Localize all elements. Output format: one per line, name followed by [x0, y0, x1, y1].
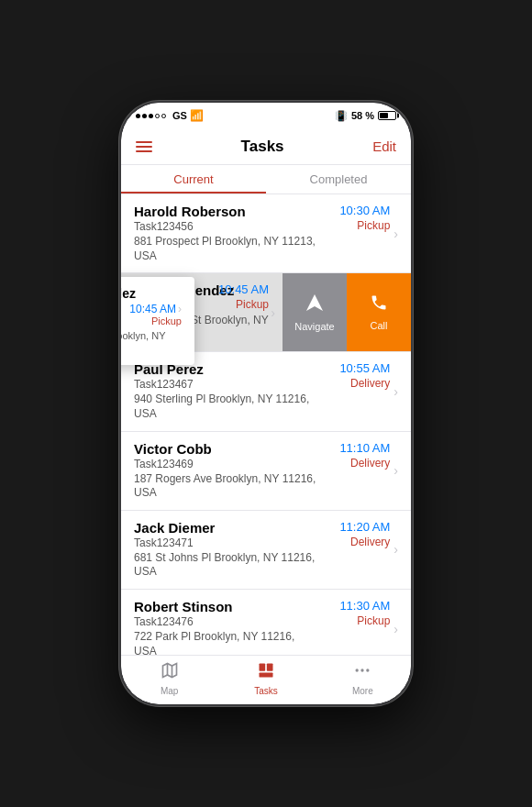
task-list-container: Harold Roberson Task123456 881 Prospect … — [121, 194, 411, 655]
task-address-harold: 881 Prospect Pl Brooklyn, NY 11213, USA — [134, 235, 316, 263]
dot-1 — [136, 114, 140, 118]
edit-button[interactable]: Edit — [372, 138, 396, 154]
task-item-harold[interactable]: Harold Roberson Task123456 881 Prospect … — [121, 194, 411, 273]
battery-icon — [378, 111, 396, 120]
dot-5 — [161, 114, 166, 118]
task-name-harold: Harold Roberson — [134, 204, 316, 219]
hamburger-line-3 — [136, 150, 152, 152]
content-area: Tasks Edit Current Completed Harold Robe… — [121, 128, 411, 704]
task-left-paul: Paul Perez Task123467 940 Sterling Pl Br… — [134, 361, 316, 421]
task-time-jack: 11:20 AM — [339, 520, 390, 534]
svg-marker-1 — [162, 663, 176, 677]
status-right: 📳 58 % — [335, 110, 396, 122]
carrier-label: GS — [172, 110, 187, 121]
chevron-victor: › — [393, 463, 398, 478]
chevron-robert: › — [393, 622, 398, 636]
status-left: GS 📶 — [136, 109, 204, 122]
task-item-victor[interactable]: Victor Cobb Task123469 187 Rogers Ave Br… — [121, 432, 411, 511]
task-left-harold: Harold Roberson Task123456 881 Prospect … — [134, 204, 316, 263]
map-icon — [161, 661, 179, 684]
nav-title: Tasks — [241, 138, 284, 156]
task-type-victor: Delivery — [350, 457, 390, 470]
task-type-robert: Pickup — [357, 614, 390, 627]
task-type-harold: Pickup — [357, 219, 390, 232]
hamburger-line-2 — [136, 146, 152, 148]
swipe-actions: Navigate Call — [283, 273, 411, 351]
svg-marker-0 — [306, 294, 323, 311]
task-time-harold: 10:30 AM — [339, 204, 390, 217]
task-id-paul: Task123467 — [134, 378, 316, 391]
task-list: Harold Roberson Task123456 881 Prospect … — [121, 194, 411, 655]
task-right-paul: 10:55 AM Delivery — [316, 361, 390, 390]
task-time-robert: 11:30 AM — [339, 599, 390, 613]
tab-completed[interactable]: Completed — [266, 165, 411, 193]
task-id-harold: Task123456 — [134, 220, 316, 233]
battery-fill — [380, 113, 388, 118]
phone-frame: GS 📶 📳 58 % Tasks Edit — [119, 101, 413, 706]
task-right-robert: 11:30 AM Pickup — [316, 599, 390, 627]
call-button[interactable]: Call — [347, 273, 411, 351]
navigate-button[interactable]: Navigate — [283, 273, 347, 351]
popup-chevron: › — [178, 303, 182, 315]
battery-label: 58 % — [351, 110, 374, 121]
task-time-victor: 11:10 AM — [339, 441, 390, 455]
task-name-robert: Robert Stinson — [134, 599, 316, 614]
svg-rect-6 — [259, 672, 272, 677]
bottom-item-more[interactable]: More — [315, 661, 411, 696]
task-type-mack: Pickup — [236, 298, 269, 311]
task-id-robert: Task123476 — [134, 615, 316, 628]
svg-rect-5 — [267, 663, 273, 670]
task-right-victor: 11:10 AM Delivery — [316, 441, 390, 470]
task-left-jack: Jack Diemer Task123471 681 St Johns Pl B… — [134, 520, 316, 580]
task-left-victor: Victor Cobb Task123469 187 Rogers Ave Br… — [134, 441, 316, 501]
more-icon — [353, 661, 371, 684]
popup-type: Pickup — [121, 315, 182, 326]
task-address-jack: 681 St Johns Pl Brooklyn, NY 11216, USA — [134, 551, 316, 580]
bottom-tab-bar: Map Tasks — [121, 655, 411, 704]
bottom-more-label: More — [352, 686, 373, 696]
dot-3 — [149, 114, 153, 118]
task-type-paul: Delivery — [350, 377, 390, 390]
popup-time: 10:45 AM › — [129, 303, 182, 315]
svg-point-8 — [361, 669, 364, 671]
task-name-jack: Jack Diemer — [134, 520, 316, 536]
task-right-harold: 10:30 AM Pickup — [316, 204, 390, 232]
task-id-jack: Task123471 — [134, 536, 316, 549]
wifi-icon: 📶 — [190, 109, 204, 122]
chevron-mack: › — [271, 305, 275, 320]
tabs-bar: Current Completed — [121, 165, 411, 194]
call-icon — [370, 293, 388, 316]
tasks-icon — [257, 661, 275, 684]
bluetooth-icon: 📳 — [335, 110, 348, 122]
task-time-mack: 10:45 AM — [218, 282, 269, 296]
call-label: Call — [371, 320, 388, 331]
task-address-paul: 940 Sterling Pl Brooklyn, NY 11216, USA — [134, 392, 316, 421]
navigate-icon — [305, 293, 325, 317]
tab-current[interactable]: Current — [121, 165, 266, 193]
bottom-item-tasks[interactable]: Tasks — [217, 661, 314, 696]
task-right-jack: 11:20 AM Delivery — [316, 520, 390, 548]
hamburger-menu[interactable] — [136, 141, 152, 152]
dot-4 — [155, 114, 160, 118]
popup-name: Mack Melendez — [121, 286, 182, 301]
task-right-mack: 10:45 AM Pickup — [195, 282, 269, 311]
bottom-item-map[interactable]: Map — [121, 661, 217, 696]
task-address-victor: 187 Rogers Ave Brooklyn, NY 11216, USA — [134, 472, 316, 501]
svg-point-7 — [356, 669, 359, 671]
task-time-paul: 10:55 AM — [339, 361, 390, 375]
status-bar: GS 📶 📳 58 % — [121, 103, 411, 128]
popup-card-mack: Mack Melendez Task123458 10:45 AM › Pick… — [121, 277, 194, 365]
task-id-victor: Task123469 — [134, 458, 316, 470]
task-name-victor: Victor Cobb — [134, 441, 316, 457]
bottom-map-label: Map — [161, 686, 178, 696]
chevron-paul: › — [393, 384, 398, 399]
task-address-robert: 722 Park Pl Brooklyn, NY 11216, USA — [134, 630, 316, 655]
svg-rect-4 — [259, 663, 265, 670]
chevron-jack: › — [393, 542, 398, 557]
popup-row: Task123458 10:45 AM › — [121, 303, 182, 315]
task-item-jack[interactable]: Jack Diemer Task123471 681 St Johns Pl B… — [121, 511, 411, 590]
task-item-robert[interactable]: Robert Stinson Task123476 722 Park Pl Br… — [121, 590, 411, 655]
signal-dots — [136, 114, 166, 118]
task-type-jack: Delivery — [350, 536, 390, 548]
svg-point-9 — [366, 669, 369, 671]
